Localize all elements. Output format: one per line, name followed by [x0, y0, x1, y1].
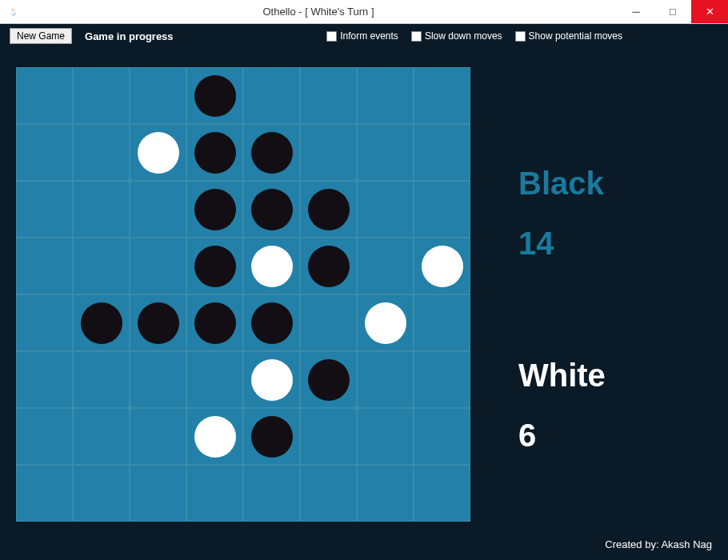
board-cell[interactable]: [357, 124, 414, 181]
board-cell[interactable]: [414, 294, 470, 351]
checkbox-slow-down[interactable]: Slow down moves: [411, 30, 502, 42]
board-cell[interactable]: [414, 465, 470, 522]
maximize-button[interactable]: □: [654, 0, 691, 23]
board-cell[interactable]: [16, 408, 73, 465]
board-cell[interactable]: [73, 181, 130, 238]
board-cell[interactable]: [357, 238, 414, 294]
star-point: [127, 406, 132, 410]
black-disc: [194, 246, 236, 287]
board-cell[interactable]: [357, 351, 414, 408]
board-cell[interactable]: [186, 238, 243, 294]
black-disc: [81, 302, 122, 344]
board-cell[interactable]: [186, 67, 243, 124]
board-cell[interactable]: [130, 67, 186, 124]
black-disc: [194, 75, 236, 117]
board-cell[interactable]: [414, 67, 470, 124]
star-point: [354, 178, 359, 183]
board-cell[interactable]: [186, 351, 243, 408]
board-cell[interactable]: [130, 238, 186, 294]
board-cell[interactable]: [357, 465, 414, 522]
close-button[interactable]: ✕: [691, 0, 728, 23]
board-cell[interactable]: [414, 238, 470, 294]
board-cell[interactable]: [300, 238, 357, 294]
board-cell[interactable]: [73, 238, 130, 294]
board-cell[interactable]: [73, 124, 130, 181]
board-cell[interactable]: [16, 294, 73, 351]
black-disc: [194, 302, 236, 344]
app-window: Othello - [ White's Turn ] ─ □ ✕ New Gam…: [0, 0, 728, 560]
minimize-button[interactable]: ─: [618, 0, 654, 23]
board-cell[interactable]: [73, 294, 130, 351]
board-cell[interactable]: [300, 124, 357, 181]
score-white-value: 6: [518, 418, 712, 454]
board-cell[interactable]: [357, 408, 414, 465]
black-disc: [308, 359, 350, 401]
board-cell[interactable]: [243, 67, 300, 124]
board-cell[interactable]: [130, 294, 186, 351]
board-cell[interactable]: [186, 181, 243, 238]
window-controls: ─ □ ✕: [618, 0, 728, 23]
board-cell[interactable]: [414, 408, 470, 465]
board-cell[interactable]: [130, 351, 186, 408]
white-disc: [194, 416, 236, 458]
board-cell[interactable]: [243, 294, 300, 351]
board-cell[interactable]: [186, 124, 243, 181]
checkbox-icon: [411, 31, 422, 42]
board-cell[interactable]: [73, 465, 130, 522]
board-cell[interactable]: [300, 351, 357, 408]
board-cell[interactable]: [16, 351, 73, 408]
new-game-button[interactable]: New Game: [10, 28, 72, 44]
board-cell[interactable]: [73, 351, 130, 408]
checkbox-label: Inform events: [340, 30, 398, 42]
board-cell[interactable]: [357, 67, 414, 124]
board-cell[interactable]: [186, 465, 243, 522]
board-cell[interactable]: [243, 124, 300, 181]
board-cell[interactable]: [300, 465, 357, 522]
board-cell[interactable]: [243, 181, 300, 238]
checkbox-inform-events[interactable]: Inform events: [326, 30, 398, 42]
board-cell[interactable]: [243, 465, 300, 522]
board-cell[interactable]: [300, 67, 357, 124]
board-cell[interactable]: [186, 294, 243, 351]
score-panel: Black 14 White 6: [470, 67, 712, 552]
black-disc: [251, 132, 293, 174]
star-point: [354, 406, 359, 410]
board-cell[interactable]: [357, 294, 414, 351]
checkbox-label: Slow down moves: [425, 30, 502, 42]
window-title: Othello - [ White's Turn ]: [19, 6, 618, 18]
score-white: White 6: [518, 358, 712, 454]
white-disc: [251, 246, 293, 287]
board-cell[interactable]: [130, 124, 186, 181]
board-cell[interactable]: [243, 238, 300, 294]
checkbox-group: Inform events Slow down moves Show poten…: [326, 30, 622, 42]
board-cell[interactable]: [16, 181, 73, 238]
checkbox-show-moves[interactable]: Show potential moves: [515, 30, 622, 42]
board-cell[interactable]: [130, 465, 186, 522]
score-black-value: 14: [518, 226, 712, 262]
board-cell[interactable]: [16, 238, 73, 294]
black-disc: [251, 416, 293, 458]
black-disc: [308, 189, 350, 230]
board-cell[interactable]: [243, 408, 300, 465]
board-cell[interactable]: [130, 408, 186, 465]
board-cell[interactable]: [357, 181, 414, 238]
board-cell[interactable]: [16, 465, 73, 522]
board-cell[interactable]: [414, 124, 470, 181]
board-cell[interactable]: [186, 408, 243, 465]
score-black-label: Black: [518, 166, 712, 202]
board-cell[interactable]: [300, 181, 357, 238]
board-cell[interactable]: [73, 67, 130, 124]
board-cell[interactable]: [130, 181, 186, 238]
board-cell[interactable]: [414, 351, 470, 408]
board-cell[interactable]: [16, 124, 73, 181]
credits: Created by: Akash Nag: [605, 538, 712, 550]
board-cell[interactable]: [300, 294, 357, 351]
toolbar: New Game Game in progress Inform events …: [0, 24, 728, 48]
board-cell[interactable]: [300, 408, 357, 465]
checkbox-icon: [515, 31, 526, 42]
board-cell[interactable]: [73, 408, 130, 465]
board-cell[interactable]: [243, 351, 300, 408]
board-cell[interactable]: [414, 181, 470, 238]
main-area: Black 14 White 6 Created by: Akash Nag: [0, 48, 728, 560]
board-cell[interactable]: [16, 67, 73, 124]
